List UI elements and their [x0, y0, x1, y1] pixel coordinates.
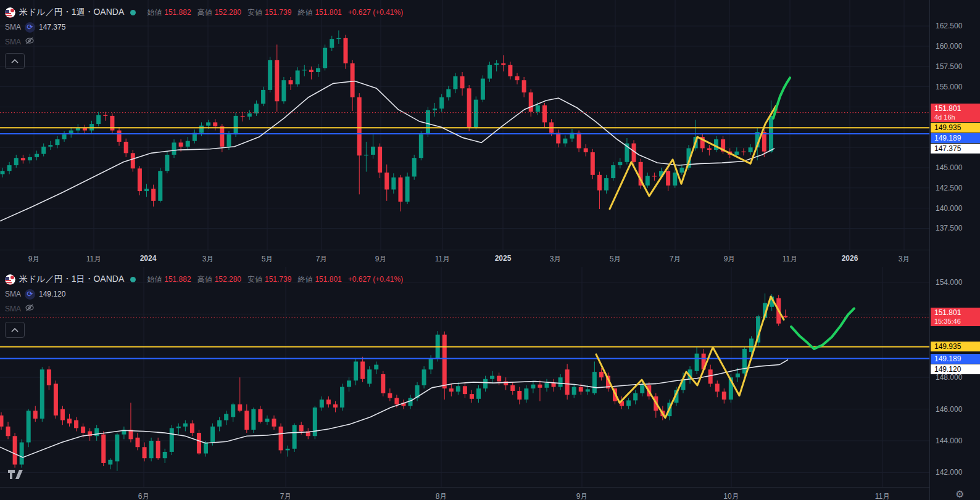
sma-indicator-label[interactable]: SMA	[5, 23, 21, 31]
trading-chart-app: 米ドル／円・1週・OANDA 始値 151.882 高値 152.280 安値 …	[0, 0, 980, 500]
time-tick-label: 9月	[28, 254, 40, 264]
time-tick-label: 5月	[610, 254, 621, 264]
eye-slash-icon[interactable]	[25, 303, 35, 314]
time-tick-label: 11月	[783, 254, 797, 264]
collapse-legend-button[interactable]	[5, 322, 25, 338]
close-label: 終値	[297, 7, 312, 18]
price-badge-last: 151.8014d 16h	[931, 104, 980, 122]
time-tick-label: 7月	[316, 254, 328, 264]
eye-slash-icon[interactable]	[25, 36, 35, 47]
price-tick-label: 146.000	[936, 405, 962, 414]
close-value: 151.801	[315, 8, 341, 17]
close-label: 終値	[297, 274, 312, 285]
projection-drawing	[773, 78, 790, 118]
time-tick-label: 5月	[262, 254, 273, 264]
zigzag-drawing	[596, 297, 784, 418]
price-tick-label: 148.000	[936, 373, 962, 382]
open-value: 151.882	[164, 8, 191, 17]
high-label: 高値	[197, 274, 212, 285]
open-value: 151.882	[164, 275, 191, 284]
high-label: 高値	[197, 7, 212, 18]
time-axis-weekly[interactable]: 9月11月20243月5月7月9月11月20253月5月7月9月11月20263…	[0, 250, 929, 268]
usdjpy-flag-icon	[5, 274, 15, 285]
close-value: 151.801	[315, 275, 341, 284]
price-tick-label: 142.000	[936, 468, 962, 477]
time-tick-label: 6月	[138, 491, 150, 500]
time-tick-label: 2026	[842, 254, 858, 263]
price-tick-label: 154.000	[936, 278, 962, 287]
usdjpy-flag-icon	[5, 7, 15, 18]
sma2-indicator-label[interactable]: SMA	[5, 38, 21, 46]
time-tick-label: 9月	[375, 254, 387, 264]
price-badge-line-blue: 149.189	[931, 354, 980, 364]
time-tick-label: 3月	[899, 254, 910, 264]
price-axis[interactable]: 162.500160.000157.500155.000152.500150.0…	[929, 0, 980, 500]
symbol-title[interactable]: 米ドル／円・1日・OANDA	[19, 274, 124, 285]
price-badge-line-yellow: 149.935	[931, 342, 980, 351]
price-badge-line-yellow: 149.935	[931, 123, 980, 133]
price-tick-label: 145.000	[936, 163, 962, 172]
sma2-indicator-label[interactable]: SMA	[5, 305, 21, 313]
price-badge-sma: 149.120	[931, 364, 980, 374]
market-status-dot[interactable]	[130, 277, 136, 282]
time-tick-label: 11月	[875, 491, 890, 500]
price-tick-label: 162.500	[936, 22, 962, 30]
gear-icon[interactable]: ⚙	[955, 488, 964, 500]
indicator-loading-icon: ⟳	[25, 289, 35, 300]
price-tick-label: 144.000	[936, 436, 962, 445]
change-value: +0.627 (+0.41%)	[348, 275, 403, 284]
market-status-dot[interactable]	[130, 10, 136, 15]
indicator-loading-icon: ⟳	[25, 22, 35, 33]
panel-weekly-legend: 米ドル／円・1週・OANDA 始値 151.882 高値 152.280 安値 …	[5, 5, 403, 49]
time-tick-label: 7月	[670, 254, 681, 264]
sma-line	[0, 81, 774, 221]
sma-indicator-value: 147.375	[39, 23, 65, 31]
change-value: +0.627 (+0.41%)	[348, 8, 403, 17]
price-tick-label: 155.000	[936, 83, 962, 91]
low-label: 安値	[247, 274, 262, 285]
candles-layer	[1, 30, 781, 211]
panel-daily-legend: 米ドル／円・1日・OANDA 始値 151.882 高値 152.280 安値 …	[5, 272, 403, 316]
time-axis-daily[interactable]: 6月7月8月9月10月11月	[0, 487, 929, 500]
sma-indicator-value: 149.120	[39, 290, 65, 298]
open-label: 始値	[147, 274, 162, 285]
sma-indicator-label[interactable]: SMA	[5, 290, 21, 298]
projection-drawing	[791, 308, 854, 349]
price-badge-sma: 147.375	[931, 144, 980, 154]
open-label: 始値	[147, 7, 162, 18]
time-tick-label: 7月	[280, 491, 292, 500]
high-value: 152.280	[215, 8, 241, 17]
time-tick-label: 11月	[86, 254, 101, 264]
time-tick-label: 11月	[435, 254, 450, 264]
time-tick-label: 3月	[550, 254, 562, 264]
price-tick-label: 160.000	[936, 42, 962, 51]
price-tick-label: 157.500	[936, 62, 962, 71]
price-tick-label: 142.500	[936, 184, 962, 192]
price-tick-label: 137.500	[936, 224, 962, 232]
price-tick-label: 140.000	[936, 204, 962, 213]
time-tick-label: 2024	[140, 254, 157, 263]
time-tick-label: 10月	[723, 491, 739, 500]
low-label: 安値	[247, 7, 262, 18]
low-value: 151.739	[265, 8, 291, 17]
time-tick-label: 3月	[202, 254, 214, 264]
symbol-title[interactable]: 米ドル／円・1週・OANDA	[19, 7, 124, 18]
tradingview-logo-icon[interactable]	[7, 469, 25, 482]
time-tick-label: 2025	[495, 254, 512, 263]
collapse-legend-button[interactable]	[5, 53, 25, 69]
time-tick-label: 9月	[576, 491, 588, 500]
low-value: 151.739	[265, 275, 291, 284]
price-badge-line-blue: 149.189	[931, 133, 980, 143]
time-tick-label: 8月	[436, 491, 447, 500]
high-value: 152.280	[215, 275, 241, 284]
price-badge-last: 151.80115:35:46	[931, 308, 980, 326]
time-tick-label: 9月	[724, 254, 736, 264]
